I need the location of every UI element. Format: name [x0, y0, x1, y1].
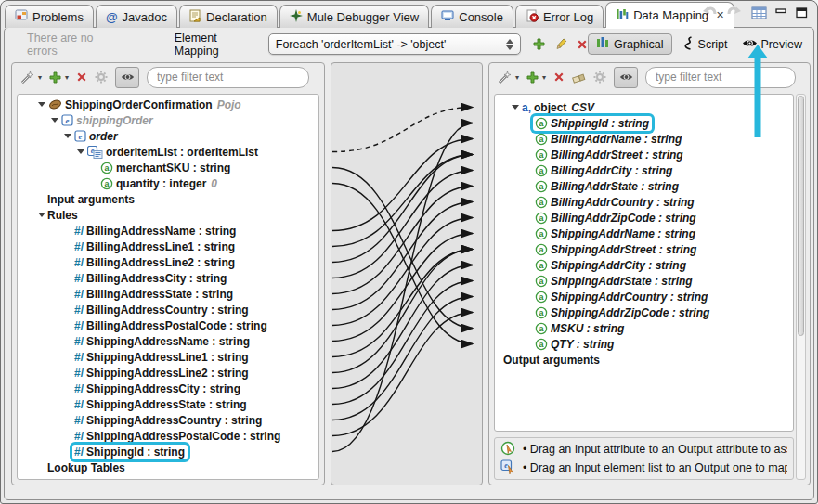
tree-item-L_rules[interactable]: Rules: [18, 207, 318, 223]
eye-toggle-button[interactable]: [614, 67, 638, 88]
tree-item-L_lookupTables[interactable]: Lookup Tables: [18, 459, 318, 475]
tree-item-R_BillingAddrZipCode[interactable]: aBillingAddrZipCode : string: [495, 210, 793, 226]
maximize-icon[interactable]: [796, 7, 808, 19]
gear-icon[interactable]: [593, 71, 606, 84]
eye-toggle-button[interactable]: [115, 67, 139, 88]
tree-item-R_ShippingAddrStreet[interactable]: aShippingAddrStreet : string: [495, 241, 793, 257]
expander-icon[interactable]: [36, 102, 46, 107]
tab-label: Error Log: [543, 10, 593, 24]
minimize-icon[interactable]: [775, 8, 787, 18]
script-view-button[interactable]: Script: [679, 33, 732, 56]
expander-icon[interactable]: [49, 118, 59, 123]
tree-item-L_BillingAddressPostalCode[interactable]: #/BillingAddressPostalCode : string: [18, 317, 318, 333]
add-dropdown-icon[interactable]: ▾: [65, 73, 69, 82]
tree-item-R_BillingAddrCity[interactable]: aBillingAddrCity : string: [495, 162, 793, 178]
tree-item-L_ShippingAddressLine2[interactable]: #/ShippingAddressLine2 : string: [18, 365, 318, 381]
tree-item-R_ShippingAddrCity[interactable]: aShippingAddrCity : string: [495, 257, 793, 273]
tree-item-L_BillingAddressName[interactable]: #/BillingAddressName : string: [18, 223, 318, 239]
gear-icon[interactable]: [95, 71, 108, 84]
expander-icon[interactable]: [510, 105, 520, 110]
tree-item-R_ShippingAddrState[interactable]: aShippingAddrState : string: [495, 273, 793, 289]
add-icon[interactable]: [49, 71, 61, 84]
expander-icon[interactable]: [36, 213, 46, 217]
tab-problems[interactable]: Problems: [5, 5, 94, 28]
expander-icon[interactable]: [62, 134, 72, 138]
tab-error-log[interactable]: Error Log: [515, 5, 604, 28]
scrollbar-thumb[interactable]: [798, 96, 804, 336]
wand-icon[interactable]: [19, 71, 34, 84]
delete-icon[interactable]: [76, 71, 87, 83]
tree-item-L_BillingAddressLine2[interactable]: #/BillingAddressLine2 : string: [18, 254, 318, 270]
mapping-curve[interactable]: [332, 250, 473, 373]
mapping-curve[interactable]: [332, 171, 473, 278]
tree-item-L_ShippingAddressName[interactable]: #/ShippingAddressName : string: [18, 333, 318, 349]
eraser-icon[interactable]: [572, 71, 586, 84]
output-filter-field[interactable]: [645, 67, 796, 88]
tree-item-L_merchantSKU[interactable]: amerchantSKU : string: [18, 160, 318, 175]
mapping-curve[interactable]: [332, 108, 473, 152]
tree-item-R_BillingAddrState[interactable]: aBillingAddrState : string: [495, 178, 793, 194]
tree-item-box: eorder: [72, 129, 121, 144]
tree-item-L_order[interactable]: eorder: [18, 128, 318, 144]
tree-item-R_outputArguments[interactable]: Output arguments: [495, 352, 793, 368]
add-icon[interactable]: [526, 71, 539, 84]
back-arrow-icon[interactable]: [701, 6, 718, 19]
tree-item-L_ShippingAddressState[interactable]: #/ShippingAddressState : string: [18, 396, 318, 412]
tree-item-box: aQTY : string: [533, 337, 617, 352]
tab-javadoc[interactable]: @Javadoc: [96, 5, 177, 28]
mapping-curve[interactable]: [332, 139, 473, 231]
tree-item-L_quantity[interactable]: aquantity : integer0: [18, 175, 318, 191]
tree-item-L_ShippingAddressCity[interactable]: #/ShippingAddressCity : string: [18, 381, 318, 396]
tree-item-box: aBillingAddrZipCode : string: [533, 211, 699, 226]
tab-console[interactable]: Console: [431, 5, 513, 28]
input-filter-field[interactable]: [147, 67, 309, 88]
output-scrollbar[interactable]: [796, 94, 806, 480]
tree-item-R_ShippingAddrName[interactable]: aShippingAddrName : string: [495, 226, 793, 241]
mapping-curve[interactable]: [332, 234, 473, 342]
expander-icon[interactable]: [75, 149, 85, 154]
tree-item-R_MSKU[interactable]: aMSKU : string: [495, 320, 793, 336]
graphical-view-button[interactable]: Graphical: [588, 33, 672, 55]
mapping-curves-canvas[interactable]: [331, 63, 482, 485]
tab-declaration[interactable]: Declaration: [179, 5, 278, 28]
mapping-curve[interactable]: [332, 155, 473, 263]
add-dropdown-icon[interactable]: ▾: [542, 73, 546, 82]
rule-icon: #/: [74, 382, 84, 395]
wand-icon[interactable]: [497, 71, 512, 84]
tree-item-box: #/BillingAddressLine1 : string: [72, 239, 238, 254]
tree-item-R_BillingAddrCountry[interactable]: aBillingAddrCountry : string: [495, 194, 793, 210]
tree-item-L_BillingAddressCity[interactable]: #/BillingAddressCity : string: [18, 270, 318, 286]
tree-item-L_BillingAddressCountry[interactable]: #/BillingAddressCountry : string: [18, 302, 318, 317]
mapping-curve[interactable]: [332, 155, 473, 247]
tree-item-L_ShippingAddressCountry[interactable]: #/ShippingAddressCountry : string: [18, 412, 318, 428]
bean-icon: [48, 98, 62, 110]
tree-item-L_ShippingAddressLine1[interactable]: #/ShippingAddressLine1 : string: [18, 349, 318, 365]
wand-dropdown-icon[interactable]: ▾: [515, 73, 519, 82]
tree-item-R_ShippingAddrZipCode[interactable]: aShippingAddrZipCode : string: [495, 304, 793, 320]
delete-mapping-button[interactable]: [577, 39, 588, 50]
tab-label: Javadoc: [123, 10, 167, 24]
tree-item-L_shippingOrder[interactable]: eshippingOrder: [18, 112, 318, 128]
forward-arrow-icon[interactable]: [726, 6, 743, 19]
tab-mule-debugger-view[interactable]: Mule Debugger View: [279, 5, 429, 28]
tree-item-R_BillingAddrStreet[interactable]: aBillingAddrStreet : string: [495, 147, 793, 162]
tree-item-L_BillingAddressLine1[interactable]: #/BillingAddressLine1 : string: [18, 239, 318, 254]
delete-icon[interactable]: [553, 71, 565, 83]
tree-item-L_ShippingAddressPostalCode[interactable]: #/ShippingAddressPostalCode : string: [18, 428, 318, 444]
tree-item-R_ShippingAddrCountry[interactable]: aShippingAddrCountry : string: [495, 289, 793, 304]
wand-dropdown-icon[interactable]: ▾: [38, 73, 42, 82]
table-view-icon[interactable]: [751, 6, 767, 19]
tree-item-R_QTY[interactable]: aQTY : string: [495, 336, 793, 352]
edit-mapping-button[interactable]: [554, 38, 567, 51]
attribute-icon: a: [535, 180, 548, 193]
tree-item-L_inputArguments[interactable]: Input arguments: [18, 191, 318, 207]
tree-item-L_BillingAddressState[interactable]: #/BillingAddressState : string: [18, 286, 318, 302]
tree-item-L_ShippingId[interactable]: #/ShippingId : string: [18, 444, 318, 459]
mapping-curve[interactable]: [332, 184, 473, 344]
tree-item-L_orderItemList[interactable]: eorderItemList : orderItemList: [18, 144, 318, 160]
element-mapping-select[interactable]: Foreach 'orderItemList' -> 'object': [268, 33, 521, 55]
add-mapping-button[interactable]: [533, 38, 545, 50]
mapping-curve[interactable]: [332, 218, 473, 326]
mapping-curve[interactable]: [332, 265, 473, 389]
tree-item-L_root[interactable]: ShippingOrderConfirmationPojo: [18, 97, 318, 112]
